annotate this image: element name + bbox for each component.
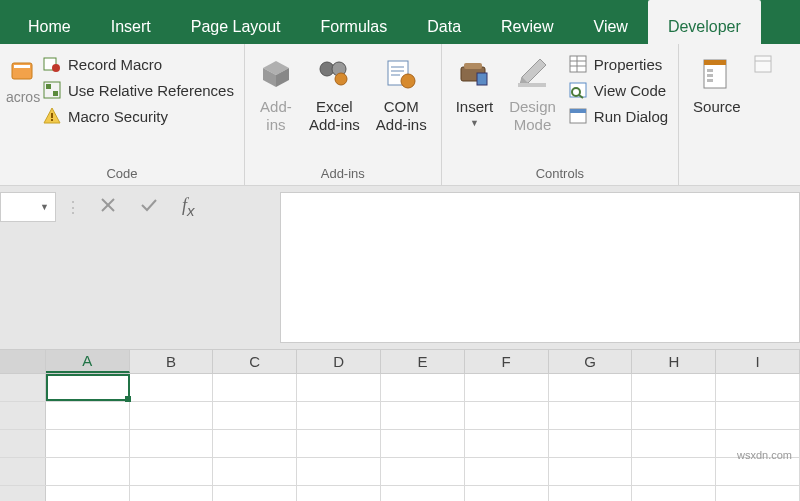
tab-data[interactable]: Data <box>407 0 481 44</box>
grid-row <box>0 458 800 486</box>
view-code-button[interactable]: View Code <box>568 80 668 100</box>
cell[interactable] <box>213 430 297 457</box>
cell[interactable] <box>213 402 297 429</box>
use-relative-references-button[interactable]: Use Relative References <box>42 80 234 100</box>
com-addins-button[interactable]: COMAdd-ins <box>368 48 435 134</box>
cell[interactable] <box>130 374 214 401</box>
record-macro-button[interactable]: Record Macro <box>42 54 234 74</box>
insert-function-button[interactable]: fx <box>182 195 195 219</box>
visual-basic-button[interactable]: acros <box>6 48 40 105</box>
record-macro-icon <box>42 54 62 74</box>
column-header-e[interactable]: E <box>381 350 465 373</box>
svg-rect-8 <box>51 113 53 118</box>
cell[interactable] <box>716 402 800 429</box>
cell[interactable] <box>381 402 465 429</box>
column-header-a[interactable]: A <box>46 350 130 373</box>
design-mode-icon <box>516 54 550 94</box>
column-header-c[interactable]: C <box>213 350 297 373</box>
design-mode-button[interactable]: DesignMode <box>501 48 564 134</box>
tab-home[interactable]: Home <box>8 0 91 44</box>
tab-page-layout[interactable]: Page Layout <box>171 0 301 44</box>
column-header-d[interactable]: D <box>297 350 381 373</box>
row-header[interactable] <box>0 374 46 401</box>
cell[interactable] <box>549 458 633 485</box>
row-header[interactable] <box>0 458 46 485</box>
cell[interactable] <box>465 486 549 501</box>
cancel-formula-button[interactable] <box>100 197 116 218</box>
tab-view[interactable]: View <box>574 0 648 44</box>
row-header[interactable] <box>0 486 46 501</box>
cell[interactable] <box>213 458 297 485</box>
macro-security-button[interactable]: Macro Security <box>42 106 234 126</box>
cell[interactable] <box>46 458 130 485</box>
cell[interactable] <box>130 458 214 485</box>
cell[interactable] <box>381 374 465 401</box>
tab-formulas[interactable]: Formulas <box>301 0 408 44</box>
cell[interactable] <box>716 374 800 401</box>
cell[interactable] <box>632 486 716 501</box>
record-macro-label: Record Macro <box>68 56 162 73</box>
select-all-corner[interactable] <box>0 350 46 373</box>
watermark: wsxdn.com <box>737 449 792 461</box>
visual-basic-icon <box>10 54 36 90</box>
name-box[interactable]: ▼ <box>0 192 56 222</box>
cell[interactable] <box>465 402 549 429</box>
cell[interactable] <box>549 486 633 501</box>
ribbon-tabs: Home Insert Page Layout Formulas Data Re… <box>0 0 800 44</box>
cell[interactable] <box>297 458 381 485</box>
tab-developer[interactable]: Developer <box>648 0 761 44</box>
column-header-h[interactable]: H <box>632 350 716 373</box>
cell[interactable] <box>716 486 800 501</box>
run-dialog-label: Run Dialog <box>594 108 668 125</box>
cell[interactable] <box>297 430 381 457</box>
excel-addins-button[interactable]: ExcelAdd-ins <box>301 48 368 134</box>
svg-rect-22 <box>464 63 482 69</box>
row-header[interactable] <box>0 402 46 429</box>
macro-security-icon <box>42 106 62 126</box>
formula-input[interactable] <box>280 192 800 343</box>
properties-button[interactable]: Properties <box>568 54 668 74</box>
row-header[interactable] <box>0 430 46 457</box>
macro-security-label: Macro Security <box>68 108 168 125</box>
insert-control-button[interactable]: Insert ▼ <box>448 48 502 129</box>
cell[interactable] <box>381 486 465 501</box>
enter-formula-button[interactable] <box>140 197 158 218</box>
cell[interactable] <box>46 430 130 457</box>
cell[interactable] <box>130 486 214 501</box>
cell-selected[interactable] <box>46 374 130 401</box>
cell[interactable] <box>632 430 716 457</box>
cell[interactable] <box>297 402 381 429</box>
column-header-i[interactable]: I <box>716 350 800 373</box>
cell[interactable] <box>130 430 214 457</box>
cell[interactable] <box>46 486 130 501</box>
cell[interactable] <box>632 374 716 401</box>
cell[interactable] <box>297 374 381 401</box>
fill-handle[interactable] <box>125 396 131 402</box>
run-dialog-icon <box>568 106 588 126</box>
cell[interactable] <box>465 374 549 401</box>
cell[interactable] <box>549 430 633 457</box>
cell[interactable] <box>381 458 465 485</box>
cell[interactable] <box>213 374 297 401</box>
column-header-b[interactable]: B <box>130 350 214 373</box>
tab-review[interactable]: Review <box>481 0 573 44</box>
column-header-g[interactable]: G <box>549 350 633 373</box>
run-dialog-button[interactable]: Run Dialog <box>568 106 668 126</box>
cell[interactable] <box>465 458 549 485</box>
source-button[interactable]: Source <box>685 48 749 116</box>
cell[interactable] <box>632 402 716 429</box>
addins-button[interactable]: Add-ins <box>251 48 301 134</box>
cell[interactable] <box>297 486 381 501</box>
cell[interactable] <box>632 458 716 485</box>
cell[interactable] <box>549 402 633 429</box>
cell[interactable] <box>130 402 214 429</box>
cell[interactable] <box>46 402 130 429</box>
cell[interactable] <box>549 374 633 401</box>
tab-insert[interactable]: Insert <box>91 0 171 44</box>
map-properties-button[interactable] <box>753 54 773 74</box>
cell[interactable] <box>213 486 297 501</box>
column-header-f[interactable]: F <box>465 350 549 373</box>
cell[interactable] <box>381 430 465 457</box>
cell[interactable] <box>716 458 800 485</box>
cell[interactable] <box>465 430 549 457</box>
